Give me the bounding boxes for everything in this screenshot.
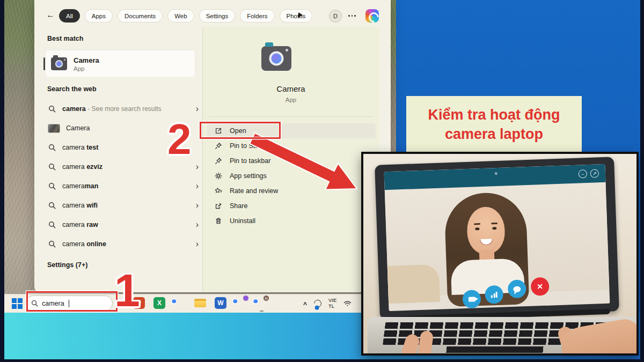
preview-app-type: App — [202, 97, 379, 103]
search-icon — [48, 163, 56, 171]
gear-icon — [215, 172, 222, 180]
action-pin-to-taskbar[interactable]: Pin to taskbar — [207, 153, 376, 168]
update-sync-icon[interactable] — [312, 298, 323, 309]
title-banner: Kiểm tra hoạt động camera laptop — [406, 96, 582, 153]
action-uninstall[interactable]: Uninstall — [207, 213, 376, 228]
action-pin-to-start[interactable]: Pin to Start — [207, 138, 376, 153]
tab-web[interactable]: Web — [167, 9, 194, 23]
web-suggestion-row[interactable]: camera wifi › — [45, 196, 199, 215]
video-call-screen: – ↗ ✕ — [384, 164, 610, 311]
more-tabs-icon[interactable] — [298, 12, 303, 18]
action-share[interactable]: Share — [207, 198, 376, 213]
eye — [492, 227, 496, 230]
step2-number: 2 — [167, 115, 192, 164]
copilot-icon[interactable] — [365, 9, 379, 23]
tab-photos[interactable]: Photos — [280, 9, 313, 23]
search-icon — [48, 240, 56, 248]
system-tray: ^ VIE TL — [303, 294, 352, 313]
search-filter-tabs: All Apps Documents Web Settings Folders … — [59, 9, 312, 23]
step1-number: 1 — [114, 264, 140, 317]
step2-highlight-rect — [200, 122, 281, 139]
chrome-profile-icon[interactable] — [235, 297, 247, 309]
web-suggestion-row[interactable]: camera online › — [45, 234, 199, 254]
rate-star-icon — [215, 187, 222, 195]
best-match-app-name: Camera — [74, 56, 99, 64]
word-icon[interactable]: W — [214, 297, 227, 309]
minimize-icon[interactable]: – — [579, 169, 588, 179]
eyebrow — [491, 223, 497, 224]
tab-settings[interactable]: Settings — [199, 9, 236, 23]
trash-icon — [215, 217, 222, 225]
account-avatar[interactable]: D — [329, 10, 342, 23]
file-explorer-icon[interactable] — [194, 297, 207, 309]
search-icon — [48, 202, 56, 209]
web-suggestion-row[interactable]: cameraman › — [45, 176, 199, 196]
action-app-settings[interactable]: App settings — [207, 168, 376, 183]
action-rate-review[interactable]: Rate and review — [207, 183, 376, 198]
camera-app-icon-large — [261, 46, 291, 71]
best-match-result[interactable]: Camera App — [45, 50, 195, 78]
search-icon — [48, 105, 56, 113]
tab-folders[interactable]: Folders — [240, 9, 274, 23]
resize-icon[interactable]: ↗ — [590, 169, 599, 178]
screenshot-root: ← All Apps Documents Web Settings Folder… — [0, 0, 644, 362]
chrome-icon[interactable] — [173, 297, 186, 309]
excel-icon[interactable]: X — [153, 297, 166, 309]
web-suggestion-row[interactable]: camera raw › — [45, 215, 199, 234]
pin-icon — [215, 142, 222, 150]
tab-apps[interactable]: Apps — [85, 9, 113, 23]
best-match-app-type: App — [74, 65, 99, 72]
webcam-dot — [495, 172, 497, 175]
search-icon — [48, 221, 56, 228]
chevron-right-icon: › — [196, 162, 199, 171]
step1-highlight-rect — [26, 291, 118, 312]
banner-line-1: Kiểm tra hoạt động — [428, 106, 560, 123]
chevron-right-icon: › — [196, 182, 199, 190]
divider — [209, 116, 373, 117]
banner-line-2: camera laptop — [445, 125, 543, 143]
chevron-right-icon: › — [196, 220, 199, 229]
search-icon — [48, 144, 56, 151]
couch-shape — [384, 264, 441, 304]
wifi-icon[interactable] — [343, 300, 352, 307]
preview-app-name: Camera — [202, 84, 379, 93]
camera-app-icon — [51, 57, 67, 70]
laptop-screen-bezel: – ↗ ✕ — [375, 157, 619, 319]
chevron-right-icon: › — [196, 240, 199, 248]
taskbar-pinned-icons: P X W N — [133, 297, 268, 309]
overflow-menu-icon[interactable] — [348, 15, 356, 17]
windows-search-window: ← All Apps Documents Web Settings Folder… — [34, 0, 391, 292]
pin-icon — [215, 157, 222, 165]
language-indicator[interactable]: VIE TL — [328, 298, 336, 309]
chevron-right-icon: › — [196, 201, 199, 210]
back-arrow-icon[interactable]: ← — [46, 10, 55, 20]
chrome-profile-n-icon[interactable]: N — [255, 297, 268, 309]
eyebrow — [474, 223, 480, 225]
start-button[interactable] — [12, 298, 23, 309]
web-thumbnail-icon — [48, 124, 60, 132]
chevron-right-icon: › — [196, 105, 199, 113]
search-icon — [48, 182, 56, 190]
inset-photo: – ↗ ✕ — [363, 154, 636, 353]
settings-section-heading: Settings (7+) — [47, 261, 87, 269]
tray-chevron-up-icon[interactable]: ^ — [303, 301, 307, 308]
best-match-heading: Best match — [47, 35, 83, 42]
search-web-heading: Search the web — [47, 85, 97, 93]
end-call-button[interactable]: ✕ — [531, 277, 550, 296]
eye — [475, 227, 479, 230]
tab-documents[interactable]: Documents — [118, 9, 163, 23]
laptop-video-call-inset: – ↗ ✕ — [361, 152, 639, 356]
smile — [480, 239, 493, 245]
tab-all[interactable]: All — [59, 9, 80, 23]
share-icon — [215, 202, 222, 210]
